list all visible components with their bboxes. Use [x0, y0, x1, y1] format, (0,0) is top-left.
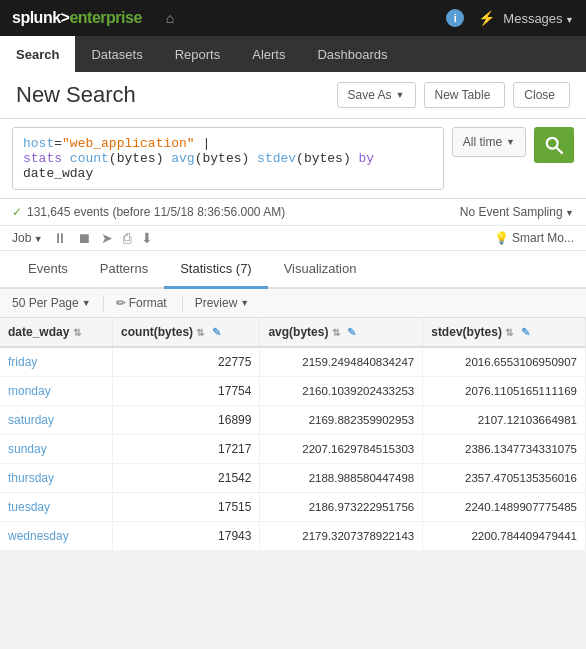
cell-count-bytes: 21542: [113, 464, 260, 493]
messages-button[interactable]: Messages: [503, 11, 574, 26]
page-header: New Search Save As New Table Close: [0, 72, 586, 119]
toolbar: 50 Per Page ✏ Format Preview: [0, 289, 586, 318]
nav-item-datasets[interactable]: Datasets: [75, 36, 158, 72]
time-range-button[interactable]: All time: [452, 127, 526, 157]
tab-patterns[interactable]: Patterns: [84, 251, 164, 289]
stop-icon[interactable]: ⏹: [77, 230, 91, 246]
cell-date-wday[interactable]: thursday: [0, 464, 113, 493]
cell-count-bytes: 16899: [113, 406, 260, 435]
nav-item-dashboards[interactable]: Dashboards: [301, 36, 403, 72]
logo: splunk>enterprise: [12, 9, 142, 27]
table-row: sunday172172207.16297845153032386.134773…: [0, 435, 586, 464]
cell-avg-bytes: 2160.1039202433253: [260, 377, 423, 406]
table-row: thursday215422188.9885804474982357.47051…: [0, 464, 586, 493]
toolbar-separator-2: [182, 295, 183, 311]
table-row: monday177542160.10392024332532076.110516…: [0, 377, 586, 406]
search-input[interactable]: host="web_application" | stats count(byt…: [12, 127, 444, 190]
event-count-bar: ✓ 131,645 events (before 11/5/18 8:36:56…: [0, 199, 586, 226]
cell-date-wday[interactable]: wednesday: [0, 522, 113, 551]
cell-avg-bytes: 2169.882359902953: [260, 406, 423, 435]
cell-avg-bytes: 2159.2494840834247: [260, 347, 423, 377]
check-icon: ✓: [12, 205, 22, 219]
job-button[interactable]: Job: [12, 231, 43, 245]
cell-count-bytes: 22775: [113, 347, 260, 377]
table-row: saturday168992169.8823599029532107.12103…: [0, 406, 586, 435]
search-submit-button[interactable]: [534, 127, 574, 163]
search-query-line2: stats count(bytes) avg(bytes) stdev(byte…: [23, 151, 433, 181]
search-area: host="web_application" | stats count(byt…: [0, 119, 586, 199]
bulb-icon: 💡: [494, 231, 509, 245]
cell-date-wday[interactable]: saturday: [0, 406, 113, 435]
cell-count-bytes: 17217: [113, 435, 260, 464]
tabs-bar: Events Patterns Statistics (7) Visualiza…: [0, 251, 586, 289]
col-header-avg-bytes: avg(bytes) ⇅ ✎: [260, 318, 423, 347]
edit-icon-avg-bytes[interactable]: ✎: [347, 326, 356, 338]
cell-date-wday[interactable]: monday: [0, 377, 113, 406]
cell-stdev-bytes: 2200.784409479441: [423, 522, 586, 551]
nav-icon[interactable]: ⌂: [166, 10, 174, 26]
cell-avg-bytes: 2186.973222951756: [260, 493, 423, 522]
close-button[interactable]: Close: [513, 82, 570, 108]
nav-bar: Search Datasets Reports Alerts Dashboard…: [0, 36, 586, 72]
activity-icon[interactable]: ⚡: [478, 10, 495, 26]
nav-item-reports[interactable]: Reports: [159, 36, 237, 72]
nav-item-search[interactable]: Search: [0, 36, 75, 72]
edit-icon-stdev-bytes[interactable]: ✎: [521, 326, 530, 338]
cell-date-wday[interactable]: sunday: [0, 435, 113, 464]
toolbar-separator: [103, 295, 104, 311]
top-bar: splunk>enterprise ⌂ i ⚡ Messages: [0, 0, 586, 36]
table-container: date_wday ⇅ count(bytes) ⇅ ✎ avg(bytes) …: [0, 318, 586, 551]
per-page-button[interactable]: 50 Per Page: [12, 296, 91, 310]
cell-stdev-bytes: 2016.6553106950907: [423, 347, 586, 377]
svg-line-1: [557, 148, 562, 153]
tab-visualization[interactable]: Visualization: [268, 251, 373, 289]
cell-avg-bytes: 2179.3207378922143: [260, 522, 423, 551]
new-table-button[interactable]: New Table: [424, 82, 506, 108]
cell-stdev-bytes: 2357.4705135356016: [423, 464, 586, 493]
sort-icon-stdev-bytes[interactable]: ⇅: [505, 327, 513, 338]
logo-splunk: splunk>: [12, 9, 69, 26]
send-icon[interactable]: ➤: [101, 230, 113, 246]
cell-stdev-bytes: 2386.1347734331075: [423, 435, 586, 464]
tab-events[interactable]: Events: [12, 251, 84, 289]
table-header-row: date_wday ⇅ count(bytes) ⇅ ✎ avg(bytes) …: [0, 318, 586, 347]
cell-avg-bytes: 2207.1629784515303: [260, 435, 423, 464]
tab-statistics[interactable]: Statistics (7): [164, 251, 268, 289]
cell-count-bytes: 17943: [113, 522, 260, 551]
download-icon[interactable]: ⬇: [141, 230, 153, 246]
cell-stdev-bytes: 2107.12103664981: [423, 406, 586, 435]
pencil-icon: ✏: [116, 296, 126, 310]
format-button[interactable]: ✏ Format: [116, 296, 170, 310]
print-icon[interactable]: ⎙: [123, 230, 131, 246]
cell-count-bytes: 17754: [113, 377, 260, 406]
table-row: wednesday179432179.32073789221432200.784…: [0, 522, 586, 551]
logo-enterprise: enterprise: [69, 9, 141, 26]
sort-icon-avg-bytes[interactable]: ⇅: [332, 327, 340, 338]
table-row: friday227752159.24948408342472016.655310…: [0, 347, 586, 377]
no-sampling-button[interactable]: No Event Sampling: [460, 205, 574, 219]
cell-count-bytes: 17515: [113, 493, 260, 522]
save-as-button[interactable]: Save As: [337, 82, 416, 108]
data-table: date_wday ⇅ count(bytes) ⇅ ✎ avg(bytes) …: [0, 318, 586, 551]
sort-icon-count-bytes[interactable]: ⇅: [196, 327, 204, 338]
cell-stdev-bytes: 2076.1105165111169: [423, 377, 586, 406]
cell-date-wday[interactable]: tuesday: [0, 493, 113, 522]
preview-button[interactable]: Preview: [195, 296, 250, 310]
info-icon[interactable]: i: [446, 9, 464, 27]
nav-item-alerts[interactable]: Alerts: [236, 36, 301, 72]
job-bar: Job ⏸ ⏹ ➤ ⎙ ⬇ 💡 Smart Mo...: [0, 226, 586, 251]
search-query-line1: host="web_application" |: [23, 136, 433, 151]
edit-icon-count-bytes[interactable]: ✎: [212, 326, 221, 338]
sort-icon-date-wday[interactable]: ⇅: [73, 327, 81, 338]
search-icon: [545, 136, 563, 154]
smart-mode-label: 💡 Smart Mo...: [494, 231, 574, 245]
cell-avg-bytes: 2188.988580447498: [260, 464, 423, 493]
col-header-stdev-bytes: stdev(bytes) ⇅ ✎: [423, 318, 586, 347]
table-row: tuesday175152186.9732229517562240.148990…: [0, 493, 586, 522]
pause-icon[interactable]: ⏸: [53, 230, 67, 246]
col-header-count-bytes: count(bytes) ⇅ ✎: [113, 318, 260, 347]
cell-date-wday[interactable]: friday: [0, 347, 113, 377]
page-title: New Search: [16, 82, 329, 108]
cell-stdev-bytes: 2240.1489907775485: [423, 493, 586, 522]
event-count-text: 131,645 events (before 11/5/18 8:36:56.0…: [27, 205, 460, 219]
